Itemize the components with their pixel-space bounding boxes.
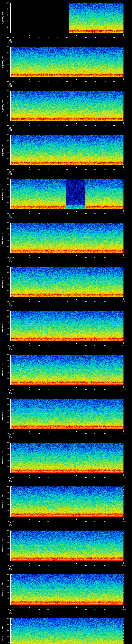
x-tick-label: 10 — [28, 565, 30, 566]
x-tick-label: 20 — [47, 125, 49, 126]
y-tick-label: 0 — [0, 340, 10, 342]
x-tick-label: 35 — [76, 213, 77, 214]
x-tick-label: 40 — [85, 433, 87, 434]
y-axis-title: Frequency (Hz) — [2, 450, 4, 465]
x-tick-label: 35 — [76, 520, 77, 522]
y-tick-label: 800 — [0, 272, 10, 274]
x-tick-label: 55 — [113, 125, 115, 126]
y-tick-label: 0 — [0, 604, 10, 605]
x-tick-label: 25 — [57, 301, 58, 302]
date-line: 2015 — [8, 393, 12, 394]
x-end-time-label: 11:00 — [121, 301, 126, 302]
x-tick-label: 50 — [104, 389, 106, 390]
y-tick-label: 600 — [0, 630, 10, 631]
x-tick-label: 5 — [20, 477, 20, 478]
y-tick-label: 1000 — [0, 134, 10, 136]
y-tick-label: 0 — [0, 296, 10, 298]
x-tick-label: 30 — [66, 301, 68, 302]
y-tick-label: 200 — [0, 158, 10, 160]
y-tick-label: 600 — [0, 102, 10, 104]
x-tick-label: 25 — [57, 565, 58, 566]
x-tick-label: 45 — [94, 520, 96, 522]
y-tick-label: 200 — [0, 290, 10, 292]
x-tick-label: 45 — [94, 213, 96, 214]
x-end-time-label: 15:00 — [121, 477, 126, 478]
x-tick-label: 25 — [57, 169, 58, 170]
y-axis-title: Frequency (Hz) — [2, 98, 4, 113]
y-axis-title: Frequency (Hz) — [2, 274, 4, 289]
y-tick-label: 600 — [0, 322, 10, 324]
date-line: 2015 — [8, 261, 12, 262]
x-tick-label: 10 — [28, 257, 30, 258]
x-tick-label: 40 — [85, 345, 87, 346]
y-axis-title: Frequency (Hz) — [2, 186, 4, 201]
x-tick-label: 55 — [113, 257, 115, 258]
x-tick-label: 30 — [66, 608, 68, 610]
y-tick-label: 1000 — [0, 178, 10, 180]
x-tick-label: 20 — [47, 389, 49, 390]
date-line: 2015 — [8, 173, 12, 175]
spectrogram-panel: Frequency (Hz) 10008006004002000 20:16:0… — [0, 528, 132, 572]
y-tick-label: 800 — [0, 96, 10, 98]
x-tick-label: 25 — [57, 345, 58, 346]
y-tick-label: 0 — [0, 428, 10, 430]
x-tick-label: 45 — [94, 608, 96, 610]
x-tick-label: 55 — [113, 301, 115, 302]
x-tick-label: 40 — [85, 477, 87, 478]
y-tick-label: 800 — [0, 316, 10, 318]
y-tick-label: 800 — [0, 492, 10, 493]
y-tick-label: 1000 — [0, 618, 10, 619]
x-tick-label: 50 — [104, 301, 106, 302]
x-tick-label: 40 — [85, 213, 87, 214]
x-tick-label: 5 — [20, 301, 20, 302]
y-tick-label: 400 — [0, 460, 10, 461]
x-tick-label: 5 — [20, 389, 20, 390]
x-tick-label: 45 — [94, 433, 96, 434]
x-tick-label: 25 — [57, 389, 58, 390]
x-tick-label: 15 — [38, 257, 40, 258]
x-tick-label: 40 — [85, 37, 87, 38]
y-tick-label: 400 — [0, 504, 10, 505]
x-tick-label: 30 — [66, 125, 68, 126]
x-tick-label: 5 — [20, 125, 20, 126]
y-tick-label: 200 — [0, 510, 10, 511]
date-line: 2015 — [8, 130, 12, 131]
y-tick-label: 600 — [0, 190, 10, 192]
y-axis-title: Frequency (Hz) — [2, 142, 4, 157]
y-tick-label: 400 — [0, 328, 10, 330]
x-tick-label: 20 — [47, 213, 49, 214]
x-tick-label: 20 — [47, 345, 49, 346]
x-tick-label: 5 — [20, 433, 20, 434]
x-tick-label: 35 — [76, 169, 77, 170]
y-tick-label: 800 — [0, 228, 10, 230]
x-tick-label: 10 — [28, 37, 30, 38]
x-tick-label: 40 — [85, 125, 87, 126]
x-tick-label: 55 — [113, 477, 115, 478]
y-tick-label: 200 — [0, 70, 10, 72]
y-tick-label: 200 — [0, 642, 10, 643]
date-line: 2015 — [8, 613, 12, 614]
x-tick-label: 15 — [38, 301, 40, 302]
x-tick-label: 55 — [113, 37, 115, 38]
spectrogram-panel: Frequency (Hz) 10008006004002000 20:17:0… — [0, 572, 132, 616]
x-tick-label: 5 — [20, 169, 20, 170]
y-tick-label: 800 — [0, 8, 10, 10]
spectrogram-panel: Frequency (Hz) 10008006004002000 20:07:0… — [0, 132, 132, 176]
y-tick-label: 200 — [0, 378, 10, 380]
x-tick-label: 35 — [76, 608, 77, 610]
spectrogram-plot — [0, 616, 132, 644]
y-axis-title: Frequency (Hz) — [2, 230, 4, 245]
x-tick-label: 35 — [76, 389, 77, 390]
x-tick-label: 25 — [57, 477, 58, 478]
x-tick-label: 10 — [28, 389, 30, 390]
y-tick-label: 600 — [0, 454, 10, 456]
y-tick-label: 400 — [0, 20, 10, 22]
spectrogram-panel: Frequency (Hz) 10008006004002000 20:05:0… — [0, 44, 132, 88]
x-tick-label: 40 — [85, 301, 87, 302]
date-line: 2015 — [8, 481, 12, 482]
x-tick-label: 40 — [85, 169, 87, 170]
y-tick-label: 0 — [0, 164, 10, 166]
y-tick-label: 200 — [0, 202, 10, 204]
y-tick-label: 800 — [0, 448, 10, 450]
x-tick-label: 45 — [94, 301, 96, 302]
